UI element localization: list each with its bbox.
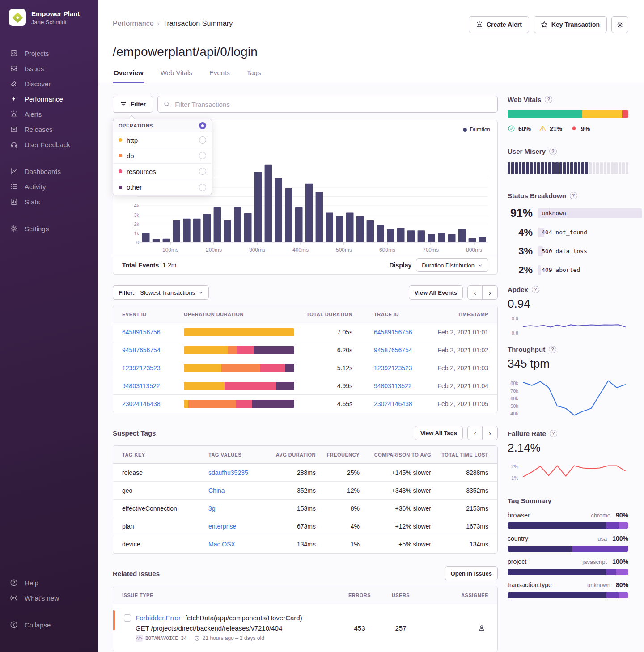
event-id-link[interactable]: 94803113522 [122,382,184,390]
trace-id-link[interactable]: 12392123523 [374,364,412,372]
user-misery-bar [508,162,628,174]
issue-error-type-link[interactable]: ForbiddenError [136,614,181,622]
operation-label: db [127,152,195,160]
sidebar-item-projects[interactable]: Projects [0,46,98,61]
trace-id-link[interactable]: 64589156756 [374,329,412,336]
svg-text:500ms: 500ms [336,247,352,253]
suspect-tags-column-header: TAG VALUES [208,452,269,457]
tag-value-link[interactable]: sdaufhu35235 [208,469,248,476]
tag-value-link[interactable]: 3g [208,505,216,512]
operations-option-other[interactable]: other [113,179,212,195]
transaction-settings-button[interactable] [611,16,628,33]
display-select[interactable]: Duration Distribution [416,258,488,272]
operations-option-resources[interactable]: resources [113,164,212,179]
help-question-icon[interactable]: ? [570,192,577,199]
sidebar-item-settings[interactable]: Settings [0,221,98,236]
collapse-icon [10,621,18,629]
tag-value-cell: Mac OSX [208,541,269,548]
create-alert-button[interactable]: Create Alert [469,16,529,33]
open-in-issues-button[interactable]: Open in Issues [445,566,498,580]
events-filter-select[interactable]: Filter: Slowest Transactions [113,285,209,300]
check-icon [508,125,515,132]
events-column-header: TIMESTAMP [433,312,488,317]
help-question-icon[interactable]: ? [550,430,557,437]
projects-icon [10,49,18,57]
operations-dropdown-header[interactable]: OPERATIONS [113,119,212,132]
misery-segment [589,162,592,174]
operations-option-db[interactable]: db [113,148,212,164]
tag-value-link[interactable]: Mac OSX [208,541,235,548]
tags-pager-next[interactable]: › [483,426,498,440]
issue-row: ForbiddenError fetchData(app/components/… [113,604,497,652]
org-switcher[interactable]: Empower Plant Jane Schmidt [0,9,98,26]
tab-tags[interactable]: Tags [246,69,262,83]
operation-radio[interactable] [199,136,206,144]
misery-segment [545,162,547,174]
misery-segment [511,162,514,174]
operation-radio[interactable] [199,184,206,191]
tag-value-link[interactable]: China [208,487,225,494]
view-all-events-button[interactable]: View All Events [409,285,463,300]
op-segment-resources [237,346,254,354]
filter-button[interactable]: Filter [113,96,153,113]
help-question-icon[interactable]: ? [549,346,556,353]
op-segment-db [221,364,260,372]
misery-segment [526,162,529,174]
tag-summary-value: chrome [591,512,610,519]
help-question-icon[interactable]: ? [532,286,539,293]
tab-overview[interactable]: Overview [113,69,144,83]
sidebar-item-discover[interactable]: Discover [0,76,98,91]
breadcrumb-performance[interactable]: Performance [113,20,154,28]
issue-checkbox[interactable] [124,614,131,622]
events-pager-prev[interactable]: ‹ [467,285,483,300]
event-id-link[interactable]: 94587656754 [122,347,184,354]
sidebar-item-collapse[interactable]: Collapse [0,617,98,632]
status-label: 404 not_found [538,228,587,237]
misery-segment [548,162,551,174]
help-question-icon[interactable]: ? [545,96,552,103]
sidebar-item-what-s-new[interactable]: What's new [0,590,98,605]
chart-legend[interactable]: Duration [463,127,490,133]
trace-id-link[interactable]: 23024146438 [374,400,412,407]
sidebar-item-alerts[interactable]: Alerts [0,106,98,122]
event-id-link[interactable]: 12392123523 [122,364,184,372]
sidebar-item-stats[interactable]: Stats [0,194,98,209]
events-pager-next[interactable]: › [483,285,498,300]
event-id-link[interactable]: 23024146438 [122,400,184,407]
help-question-icon[interactable]: ? [549,148,557,155]
operation-radio[interactable] [199,152,206,159]
tags-pager-prev[interactable]: ‹ [467,426,483,440]
chart-footer: Total Events 1.2m Display Duration Distr… [113,256,497,274]
trace-id-link[interactable]: 94803113522 [374,382,412,390]
sidebar-item-user-feedback[interactable]: User Feedback [0,137,98,152]
tab-events[interactable]: Events [208,69,231,83]
sidebar-item-issues[interactable]: Issues [0,61,98,76]
sidebar-item-help[interactable]: Help [0,575,98,590]
tag-value-link[interactable]: enterprise [208,523,236,530]
event-id-link[interactable]: 64589156756 [122,329,184,336]
sidebar-item-label: Performance [25,95,63,103]
op-segment-resources [236,400,252,408]
operation-breakdown-bar [184,346,294,354]
suspect-tags-column-header: FREQUENCY [316,452,360,457]
frequency-cell: 4% [316,523,360,530]
operations-option-http[interactable]: http [113,132,212,148]
tab-web-vitals[interactable]: Web Vitals [160,69,193,83]
misery-segment [555,162,558,174]
sidebar-item-activity[interactable]: Activity [0,179,98,194]
operations-all-radio[interactable] [199,122,206,129]
sidebar-nav: ProjectsIssuesDiscoverPerformanceAlertsR… [0,46,98,248]
sidebar-item-performance[interactable]: Performance [0,91,98,106]
sidebar-item-dashboards[interactable]: Dashboards [0,164,98,179]
view-all-tags-button[interactable]: View All Tags [415,426,463,440]
event-row: 945876567546.20s94587656754Feb 2, 2021 0… [113,341,497,359]
tag-bar-segment [508,592,606,598]
search-input[interactable] [175,101,492,108]
key-transaction-button[interactable]: Key Transaction [534,16,607,33]
tag-value-cell: China [208,487,269,494]
trace-id-link[interactable]: 94587656754 [374,347,412,354]
operation-label: other [127,183,195,191]
operation-radio[interactable] [199,168,206,175]
sidebar-item-releases[interactable]: Releases [0,122,98,137]
issue-assignee[interactable] [421,624,488,632]
